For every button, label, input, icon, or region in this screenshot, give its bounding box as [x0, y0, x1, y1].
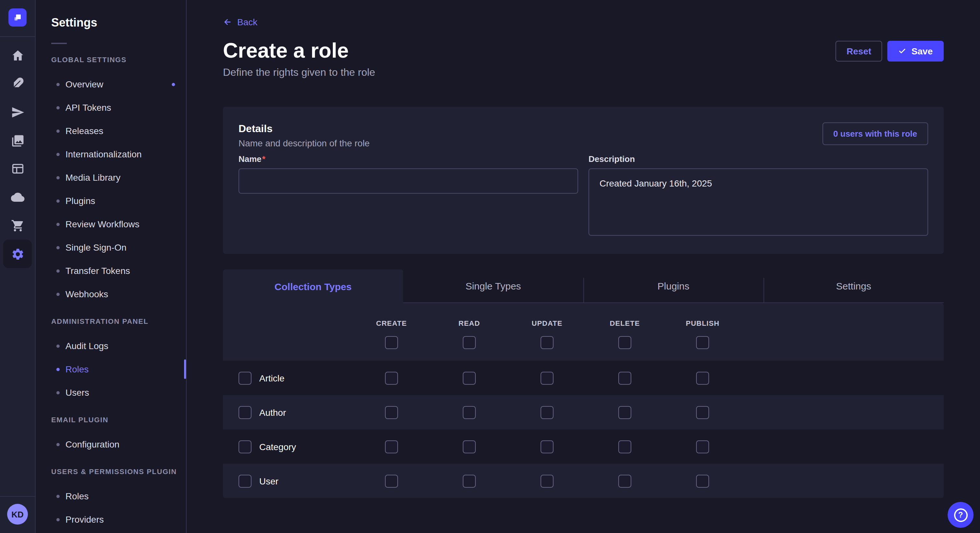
article-delete-checkbox[interactable]	[618, 371, 631, 384]
category-read-checkbox[interactable]	[463, 440, 476, 453]
subnav-item-plugins[interactable]: Plugins	[36, 189, 186, 213]
bullet	[56, 176, 60, 179]
main-nav-strip: KD	[0, 0, 36, 533]
author-read-checkbox[interactable]	[463, 406, 476, 419]
author-update-checkbox[interactable]	[541, 406, 554, 419]
author-delete-checkbox[interactable]	[618, 406, 631, 419]
permission-row-author: Author	[223, 395, 944, 429]
author-create-checkbox[interactable]	[385, 406, 398, 419]
subnav-item-audit-logs[interactable]: Audit Logs	[36, 334, 186, 357]
bullet	[56, 222, 60, 226]
subnav-item-api-tokens[interactable]: API Tokens	[36, 96, 186, 119]
paper-plane-icon[interactable]	[3, 98, 32, 126]
subnav-item-roles-up[interactable]: Roles	[36, 484, 186, 508]
user-update-checkbox[interactable]	[541, 474, 554, 487]
subnav-item-media-library[interactable]: Media Library	[36, 166, 186, 189]
name-label: Name*	[239, 154, 266, 164]
column-header-update: UPDATE	[508, 319, 586, 328]
subnav-item-roles-admin[interactable]: Roles	[36, 357, 186, 381]
permission-row-user: User	[223, 464, 944, 498]
user-read-checkbox[interactable]	[463, 474, 476, 487]
user-publish-checkbox[interactable]	[696, 474, 709, 487]
save-button[interactable]: Save	[888, 41, 944, 62]
column-header-read: READ	[430, 319, 508, 328]
description-field-group: Description Created January 16th, 2025	[589, 153, 928, 238]
layout-panel-icon[interactable]	[3, 154, 32, 182]
strapi-logo-icon	[12, 12, 23, 23]
user-create-checkbox[interactable]	[385, 474, 398, 487]
article-create-checkbox[interactable]	[385, 371, 398, 384]
required-mark: *	[262, 154, 266, 164]
bullet	[56, 269, 60, 272]
user-delete-checkbox[interactable]	[618, 474, 631, 487]
row-select-checkbox[interactable]	[239, 440, 251, 453]
subnav-item-providers[interactable]: Providers	[36, 508, 186, 531]
select-all-update-checkbox[interactable]	[541, 336, 554, 349]
select-all-create-checkbox[interactable]	[385, 336, 398, 349]
help-button[interactable]: ?	[948, 502, 974, 528]
settings-gear-icon[interactable]	[3, 240, 32, 268]
row-select-checkbox[interactable]	[239, 474, 251, 487]
cloud-icon[interactable]	[3, 182, 32, 211]
subnav-item-internationalization[interactable]: Internationalization	[36, 143, 186, 166]
permissions-table: CREATE READ UPDATE DELETE PUBLISH	[223, 303, 944, 498]
permissions-tabs: Collection Types Single Types Plugins Se…	[223, 270, 944, 303]
subnav-rule	[51, 43, 67, 44]
tab-single-types[interactable]: Single Types	[403, 270, 583, 303]
category-update-checkbox[interactable]	[541, 440, 554, 453]
article-update-checkbox[interactable]	[541, 371, 554, 384]
tab-collection-types[interactable]: Collection Types	[223, 270, 403, 303]
row-select-checkbox[interactable]	[239, 406, 251, 419]
users-with-role-button[interactable]: 0 users with this role	[822, 122, 928, 145]
article-read-checkbox[interactable]	[463, 371, 476, 384]
feather-pen-icon[interactable]	[3, 69, 32, 97]
category-delete-checkbox[interactable]	[618, 440, 631, 453]
main-content: Back Create a role Define the rights giv…	[187, 0, 980, 533]
author-publish-checkbox[interactable]	[696, 406, 709, 419]
row-select-checkbox[interactable]	[239, 371, 251, 384]
select-all-delete-checkbox[interactable]	[618, 336, 631, 349]
section-global-settings: GLOBAL SETTINGS Overview API Tokens Rele…	[36, 54, 186, 306]
category-publish-checkbox[interactable]	[696, 440, 709, 453]
strapi-logo[interactable]	[8, 8, 27, 27]
tab-plugins[interactable]: Plugins	[583, 270, 764, 303]
select-all-publish-checkbox[interactable]	[696, 336, 709, 349]
subnav-item-users[interactable]: Users	[36, 381, 186, 404]
column-header-publish: PUBLISH	[664, 319, 741, 328]
subnav-item-review-workflows[interactable]: Review Workflows	[36, 213, 186, 236]
bullet	[56, 152, 60, 156]
user-avatar[interactable]: KD	[7, 504, 28, 525]
bullet	[56, 106, 60, 109]
section-users-permissions-plugin: USERS & PERMISSIONS PLUGIN Roles Provide…	[36, 466, 186, 531]
bullet	[56, 246, 60, 249]
bullet	[56, 129, 60, 132]
subnav-item-transfer-tokens[interactable]: Transfer Tokens	[36, 259, 186, 282]
settings-subnav: Settings GLOBAL SETTINGS Overview API To…	[36, 0, 187, 533]
media-library-icon[interactable]	[3, 126, 32, 155]
subnav-item-configuration[interactable]: Configuration	[36, 433, 186, 456]
strapi-admin-app: KD Settings GLOBAL SETTINGS Overview API…	[0, 0, 980, 533]
name-input[interactable]	[239, 168, 578, 194]
permissions-table-header: CREATE READ UPDATE DELETE PUBLISH	[223, 303, 944, 361]
marketplace-cart-icon[interactable]	[3, 211, 32, 240]
column-header-delete: DELETE	[586, 319, 664, 328]
bullet	[56, 82, 60, 86]
select-all-read-checkbox[interactable]	[463, 336, 476, 349]
column-header-create: CREATE	[353, 319, 430, 328]
bullet	[56, 368, 60, 371]
back-link[interactable]: Back	[223, 17, 257, 27]
row-label: Article	[259, 373, 285, 383]
description-textarea[interactable]: Created January 16th, 2025	[589, 168, 928, 236]
home-icon[interactable]	[3, 41, 32, 69]
notification-dot	[172, 82, 175, 86]
tab-settings[interactable]: Settings	[764, 270, 944, 303]
subnav-item-webhooks[interactable]: Webhooks	[36, 282, 186, 306]
subnav-item-single-sign-on[interactable]: Single Sign-On	[36, 236, 186, 259]
permission-row-article: Article	[223, 361, 944, 395]
article-publish-checkbox[interactable]	[696, 371, 709, 384]
section-email-plugin: EMAIL PLUGIN Configuration	[36, 414, 186, 456]
category-create-checkbox[interactable]	[385, 440, 398, 453]
subnav-item-overview[interactable]: Overview	[36, 73, 186, 96]
subnav-item-releases[interactable]: Releases	[36, 119, 186, 143]
reset-button[interactable]: Reset	[835, 41, 882, 62]
